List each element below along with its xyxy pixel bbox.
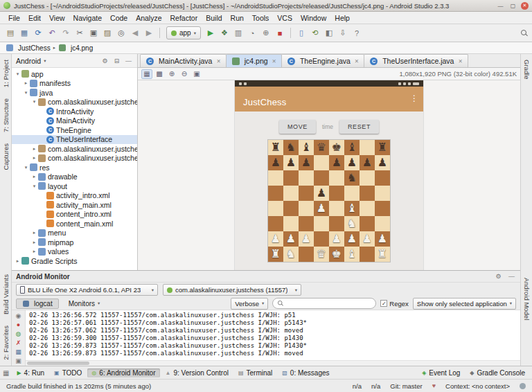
editor-tab-theengine-java[interactable]: CTheEngine.java✕ xyxy=(281,54,364,67)
menu-refactor[interactable]: Refactor xyxy=(166,13,202,23)
project-structure-icon[interactable]: ◧ xyxy=(323,27,335,39)
open-icon[interactable]: ▤ xyxy=(4,27,17,39)
strip-button-gradle[interactable]: Gradle xyxy=(523,60,531,80)
git-branch-widget[interactable]: Git: master xyxy=(390,382,422,390)
layout-inspector-icon[interactable]: ▦ xyxy=(15,348,21,355)
tree-item-mainactivity[interactable]: CMainActivity xyxy=(12,116,137,126)
terminate-app-icon[interactable]: ✗ xyxy=(16,339,21,346)
grid-icon[interactable]: ▦ xyxy=(141,69,152,79)
menu-vcs[interactable]: VCS xyxy=(273,13,296,23)
expand-icon[interactable]: ▸ xyxy=(31,249,37,254)
tree-item-content-intro-xml[interactable]: content_intro.xml xyxy=(12,210,137,220)
close-tab-icon[interactable]: ✕ xyxy=(272,58,276,64)
tool-button-gradle-console[interactable]: ◆Gradle Console xyxy=(466,368,529,377)
debug-icon[interactable]: ❖ xyxy=(218,27,231,39)
tab-monitors[interactable]: Monitors ▾ xyxy=(62,299,107,309)
avd-manager-icon[interactable]: ▯ xyxy=(295,27,308,39)
editor-tab-theuserinterface-java[interactable]: CTheUserInterface.java✕ xyxy=(364,54,468,67)
menu-tools[interactable]: Tools xyxy=(248,13,274,23)
logcat-output[interactable]: 02-26 13:26:56.572 11557-11557/com.alask… xyxy=(26,310,520,360)
tool-button-event-log[interactable]: ◈Event Log xyxy=(418,368,464,377)
editor-tab-mainactivity-java[interactable]: CMainActivity.java✕ xyxy=(140,54,227,67)
expand-icon[interactable]: ▸ xyxy=(23,80,29,86)
menu-help[interactable]: Help xyxy=(330,13,354,23)
menu-build[interactable]: Build xyxy=(202,13,226,23)
zoom-actual-icon[interactable]: ▣ xyxy=(191,69,202,79)
device-select[interactable]: BLU Life One X2 Android 6.0.1, API 23 ▾ xyxy=(16,284,158,296)
expand-icon[interactable]: ▸ xyxy=(31,174,37,179)
tree-item-layout[interactable]: ▾layout xyxy=(12,181,137,191)
close-tab-icon[interactable]: ✕ xyxy=(216,58,220,64)
collapse-icon[interactable]: ▾ xyxy=(31,184,37,189)
maximize-button[interactable]: ▢ xyxy=(508,2,517,10)
tree-item-manifests[interactable]: ▸manifests xyxy=(12,79,137,89)
strip-button-build-variants[interactable]: Build Variants xyxy=(2,274,10,314)
checker-icon[interactable]: ▩ xyxy=(154,69,165,79)
forward-icon[interactable]: ▶ xyxy=(143,27,155,39)
tree-item-com-alaskalinuxuser-justchess[interactable]: ▾com.alaskalinuxuser.justchess xyxy=(12,98,137,107)
process-select[interactable]: com.alaskalinuxuser.justchess (11557) ▾ xyxy=(163,284,301,296)
menu-window[interactable]: Window xyxy=(296,13,330,23)
copy-icon[interactable]: ▣ xyxy=(87,27,100,39)
zoom-in-icon[interactable]: ⊕ xyxy=(166,69,177,79)
scrollbar-thumb[interactable] xyxy=(27,362,89,365)
strip-button-2-favorites[interactable]: 2: Favorites xyxy=(2,326,10,360)
find-icon[interactable]: ◎ xyxy=(115,27,127,39)
project-view-select[interactable]: Android xyxy=(16,57,41,65)
log-level-select[interactable]: Verbose ▾ xyxy=(231,298,268,310)
menu-analyze[interactable]: Analyze xyxy=(132,13,166,23)
collapse-icon[interactable]: ▾ xyxy=(23,165,29,170)
tool-window-switcher-icon[interactable]: ▦ xyxy=(3,369,9,377)
close-tab-icon[interactable]: ✕ xyxy=(355,58,359,64)
strip-button-7-structure[interactable]: 7: Structure xyxy=(2,98,10,132)
tool-button-terminal[interactable]: ▤Terminal xyxy=(234,368,276,377)
stop-icon[interactable]: ■ xyxy=(274,27,286,39)
redo-icon[interactable]: ↷ xyxy=(60,27,72,39)
tool-button-version-control[interactable]: ▲9: Version Control xyxy=(161,368,233,377)
collapse-all-icon[interactable]: ⊟ xyxy=(112,57,121,64)
menu-file[interactable]: File xyxy=(4,13,24,23)
strip-button-android-model[interactable]: Android Model xyxy=(523,278,531,320)
tree-item-res[interactable]: ▾res xyxy=(12,163,137,172)
tree-item-values[interactable]: ▸values xyxy=(12,247,137,257)
tree-item-activity-main-xml[interactable]: activity_main.xml xyxy=(12,200,137,210)
sdk-manager-icon[interactable]: ⇩ xyxy=(337,27,349,39)
menu-run[interactable]: Run xyxy=(227,13,248,23)
expand-icon[interactable]: ▸ xyxy=(31,240,37,245)
tree-item-content-main-xml[interactable]: content_main.xml xyxy=(12,219,137,229)
tree-item-com-alaskalinuxuser-justchess-test[interactable]: ▸com.alaskalinuxuser.justchess (test) xyxy=(12,154,137,163)
hide-panel-icon[interactable]: — xyxy=(507,273,516,280)
close-button[interactable]: ✕ xyxy=(521,2,529,10)
tree-item-drawable[interactable]: ▸drawable xyxy=(12,172,137,182)
menu-view[interactable]: View xyxy=(45,13,69,23)
screenshot-icon[interactable]: ◉ xyxy=(16,312,21,319)
tool-button-run[interactable]: ▶4: Run xyxy=(12,368,48,377)
paste-icon[interactable]: ▨ xyxy=(101,27,114,39)
sync-project-gradle-icon[interactable]: ⟲ xyxy=(309,27,321,39)
menu-code[interactable]: Code xyxy=(106,13,132,23)
sync-icon[interactable]: ⟳ xyxy=(32,27,44,39)
help-icon[interactable]: ? xyxy=(351,27,363,39)
inspections-profile-icon[interactable] xyxy=(520,383,526,389)
search-everywhere-icon[interactable] xyxy=(521,30,528,37)
collapse-icon[interactable]: ▾ xyxy=(15,71,21,77)
regex-checkbox[interactable]: ✓ Regex xyxy=(380,300,408,308)
expand-icon[interactable]: ▸ xyxy=(31,155,37,161)
tool-button-android-monitor[interactable]: ◍6: Android Monitor xyxy=(87,368,159,377)
collapse-icon[interactable]: ▾ xyxy=(31,99,37,105)
gear-icon[interactable]: ⚙ xyxy=(100,57,109,64)
coverage-icon[interactable]: ▥ xyxy=(232,27,245,39)
logcat-filter-select[interactable]: Show only selected application ▾ xyxy=(413,298,516,310)
strip-button-captures[interactable]: Captures xyxy=(2,143,10,170)
run-icon[interactable]: ▶ xyxy=(204,27,217,39)
tree-item-com-alaskalinuxuser-justchess-androidtest[interactable]: ▸com.alaskalinuxuser.justchess (androidT… xyxy=(12,144,137,154)
tool-button-messages[interactable]: ▧0: Messages xyxy=(278,368,333,377)
minimize-button[interactable]: — xyxy=(496,2,505,10)
profile-icon[interactable]: ◔ xyxy=(246,27,258,39)
run-configuration-select[interactable]: app ▾ xyxy=(166,26,201,39)
tree-item-java[interactable]: ▾java xyxy=(12,88,137,98)
expand-icon[interactable]: ▸ xyxy=(15,258,21,264)
tree-item-theuserinterface[interactable]: CTheUserInterface xyxy=(12,135,137,145)
tool-button-todo[interactable]: ▣TODO xyxy=(50,368,86,377)
logcat-search-input[interactable] xyxy=(287,300,371,308)
